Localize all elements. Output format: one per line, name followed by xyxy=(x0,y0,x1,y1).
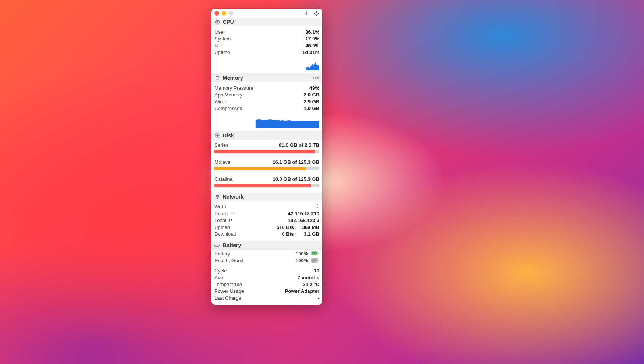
pin-icon[interactable] xyxy=(303,10,309,16)
disk-name: Series xyxy=(214,142,279,148)
section-title: CPU xyxy=(223,19,234,25)
window-close-button[interactable] xyxy=(214,11,219,16)
network-rows: Wi-Fi Public IP 42.115.18.210 Local IP 1… xyxy=(211,201,322,241)
disk-value: 10.0 GB of 125.3 GB xyxy=(272,176,319,182)
row-value: 2.0 GB xyxy=(304,92,319,98)
row-label: System xyxy=(214,36,305,42)
svg-point-7 xyxy=(217,135,217,135)
section-header-network[interactable]: Network xyxy=(211,193,322,202)
network-upload-row: Upload 510 B/s | 369 MB xyxy=(214,224,319,231)
cpu-rows: User 36.1% System 17.0% Idle 46.9% Uptim… xyxy=(211,26,322,59)
stats-panel: CPU User 36.1% System 17.0% Idle 46.9% U… xyxy=(211,9,322,305)
battery-full-green-icon xyxy=(311,250,319,257)
row-value: 36.1% xyxy=(305,29,319,36)
separator: | xyxy=(295,231,297,238)
svg-rect-9 xyxy=(215,244,219,246)
memory-wired-row: Wired 2.9 GB xyxy=(214,98,319,105)
battery-cycle-row: Cycle 19 xyxy=(214,268,319,274)
network-local-ip-row: Local IP 192.168.123.9 xyxy=(214,217,319,224)
svg-point-0 xyxy=(316,12,317,14)
battery-power-row: Power Usage Power Adapter xyxy=(214,288,319,295)
svg-point-8 xyxy=(217,198,218,199)
memory-graph xyxy=(214,116,319,128)
row-value: 42.115.18.210 xyxy=(288,210,319,217)
battery-charge-row: Battery 100% xyxy=(214,250,319,258)
row-value: 100% xyxy=(295,250,319,258)
row-value: 31.2 °C xyxy=(303,281,319,288)
row-value: 192.168.123.9 xyxy=(288,217,319,224)
disk-bar xyxy=(214,184,319,187)
svg-rect-1 xyxy=(216,21,219,23)
row-value: 7 months xyxy=(297,274,319,281)
cpu-idle-row: Idle 46.9% xyxy=(214,42,319,49)
row-value: 17.0% xyxy=(305,36,319,42)
battery-full-grey-icon xyxy=(311,258,319,264)
battery-rows: Battery 100% Health: Good 100% xyxy=(211,250,322,305)
battery-lastcharge-row: Last Charge - xyxy=(214,295,319,302)
row-value: 100% xyxy=(295,257,319,264)
svg-rect-16 xyxy=(312,259,317,261)
disk-value: 16.1 GB of 125.3 GB xyxy=(272,159,319,165)
cpu-user-row: User 36.1% xyxy=(214,29,319,36)
gear-icon[interactable] xyxy=(313,10,319,16)
row-label: Wired xyxy=(214,98,304,105)
row-label: Last Charge xyxy=(214,295,318,302)
section-header-battery[interactable]: Battery xyxy=(211,241,322,250)
row-value: 1d 31m xyxy=(302,49,319,56)
window-minimize-button[interactable] xyxy=(222,11,226,16)
svg-rect-2 xyxy=(217,22,218,23)
memory-app-row: App Memory 2.0 GB xyxy=(214,92,319,98)
section-header-memory[interactable]: Memory ••• xyxy=(211,73,322,82)
download-total: 3.1 GB xyxy=(298,231,319,238)
row-label: Power Usage xyxy=(214,288,285,295)
desktop-background: CPU User 36.1% System 17.0% Idle 46.9% U… xyxy=(0,0,644,364)
row-label: Download xyxy=(214,231,273,238)
row-label: Cycle xyxy=(214,268,314,274)
row-label: Upload xyxy=(214,224,273,231)
window-zoom-button[interactable] xyxy=(229,11,233,16)
memory-compressed-row: Compressed 1.0 GB xyxy=(214,105,319,112)
disk-volume-series: Series 81.0 GB of 2.0 TB xyxy=(211,140,322,157)
svg-rect-3 xyxy=(216,77,219,79)
row-label: Age xyxy=(214,274,297,281)
row-label: Idle xyxy=(214,42,305,49)
upload-total: 369 MB xyxy=(298,224,319,231)
svg-rect-10 xyxy=(219,245,220,246)
row-label: Battery xyxy=(214,250,295,257)
disk-volume-mojave: Mojave 16.1 GB of 125.3 GB xyxy=(211,157,322,174)
wifi-icon xyxy=(214,194,220,200)
section-title: Network xyxy=(223,194,244,200)
row-value: 46.9% xyxy=(305,42,319,49)
cpu-sparkline xyxy=(211,59,322,73)
row-label: Compressed xyxy=(214,105,304,112)
section-header-disk[interactable]: Disk xyxy=(211,131,322,140)
memory-icon xyxy=(214,75,220,81)
upload-rate: 510 B/s xyxy=(273,224,294,231)
memory-rows: Memory Pressure 49% App Memory 2.0 GB Wi… xyxy=(211,82,322,115)
network-download-row: Download 0 B/s | 3.1 GB xyxy=(214,231,319,238)
battery-icon xyxy=(214,243,220,248)
more-icon[interactable]: ••• xyxy=(313,75,319,81)
titlebar xyxy=(211,9,322,18)
row-label: Memory Pressure xyxy=(214,85,309,92)
network-public-ip-row: Public IP 42.115.18.210 xyxy=(214,210,319,217)
row-label: Temperature xyxy=(214,281,303,288)
separator: | xyxy=(295,224,297,231)
section-title: Battery xyxy=(223,242,241,248)
row-value: 2.9 GB xyxy=(304,98,319,105)
network-interface: Wi-Fi xyxy=(214,204,316,210)
disk-volume-catalina: Catalina 10.0 GB of 125.3 GB xyxy=(211,174,322,193)
cpu-icon xyxy=(214,19,220,25)
section-title: Memory xyxy=(223,75,243,81)
section-header-cpu[interactable]: CPU xyxy=(211,18,322,27)
row-value: 1.0 GB xyxy=(304,105,319,112)
row-value: 49% xyxy=(309,85,319,92)
row-label: User xyxy=(214,29,305,36)
disk-bar xyxy=(214,167,319,170)
battery-age-row: Age 7 months xyxy=(214,274,319,281)
row-value: - xyxy=(318,295,319,302)
row-label: Health: Good xyxy=(214,257,295,264)
network-interface-row[interactable]: Wi-Fi xyxy=(214,204,319,210)
battery-temp-row: Temperature 31.2 °C xyxy=(214,281,319,288)
download-rate: 0 B/s xyxy=(273,231,294,238)
